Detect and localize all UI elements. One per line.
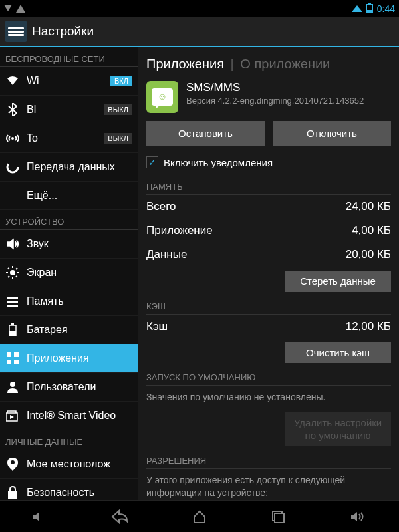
bluetooth-icon — [5, 102, 20, 117]
sidebar-item-location[interactable]: Мое местополож — [0, 450, 138, 479]
sms-app-icon: ☺ — [146, 81, 178, 113]
sidebar-item-tethering[interactable]: To ВЫКЛ — [0, 124, 138, 153]
sidebar-item-label: Память — [27, 295, 64, 307]
sound-icon — [5, 237, 20, 251]
brightness-icon — [5, 265, 20, 280]
notifications-label: Включить уведомления — [164, 157, 273, 168]
sidebar-item-users[interactable]: Пользователи — [0, 373, 138, 402]
nav-volume-up[interactable] — [350, 510, 367, 523]
signal-icon — [5, 131, 20, 146]
location-icon — [5, 457, 20, 471]
svg-rect-12 — [7, 301, 18, 303]
storage-icon — [5, 294, 20, 309]
disable-button[interactable]: Отключить — [273, 121, 391, 146]
sidebar-item-more[interactable]: Ещё... — [0, 182, 138, 210]
sidebar-item-security[interactable]: Безопасность — [0, 479, 138, 500]
sidebar-item-apps[interactable]: Приложения — [0, 344, 138, 373]
sidebar-item-sound[interactable]: Звук — [0, 230, 138, 259]
breadcrumb: Приложения | О приложении — [146, 57, 391, 72]
memory-app-row: Приложение 4,00 КБ — [146, 219, 391, 243]
clear-defaults-button: Удалить настройки по умолчанию — [285, 412, 391, 446]
svg-rect-13 — [7, 305, 18, 307]
status-time: 0:44 — [377, 3, 395, 14]
nav-volume-down[interactable] — [32, 510, 47, 523]
sidebar-item-label: Экран — [27, 267, 57, 279]
svg-point-2 — [10, 270, 15, 275]
svg-point-0 — [11, 137, 14, 140]
lock-icon — [5, 485, 20, 500]
page-title: Настройки — [32, 24, 94, 39]
clear-data-button[interactable]: Стереть данные — [285, 271, 391, 292]
svg-rect-15 — [11, 323, 14, 325]
clear-cache-button[interactable]: Очистить кэш — [285, 342, 391, 364]
svg-rect-29 — [275, 513, 284, 523]
sidebar-item-label: Bl — [27, 104, 36, 116]
memory-data-row: Данные 20,00 КБ — [146, 243, 391, 267]
nav-bar — [0, 500, 399, 532]
app-version: Версия 4.2.2-eng.dingming.20140721.14365… — [186, 96, 364, 107]
svg-point-1 — [7, 162, 18, 172]
breadcrumb-root[interactable]: Приложения — [146, 57, 224, 71]
defaults-header: ЗАПУСК ПО УМОЛЧАНИЮ — [146, 370, 391, 386]
nav-home-button[interactable] — [192, 509, 207, 524]
sidebar-item-display[interactable]: Экран — [0, 259, 138, 287]
sidebar-header-personal: ЛИЧНЫЕ ДАННЫЕ — [0, 430, 138, 450]
cache-row: Кэш 12,00 КБ — [146, 315, 391, 338]
sidebar-item-intel-video[interactable]: Intel® Smart Video — [0, 402, 138, 430]
defaults-info: Значения по умолчанию не установлены. — [146, 386, 391, 408]
sidebar-item-wifi[interactable]: Wi ВКЛ — [0, 67, 138, 96]
svg-rect-18 — [14, 352, 19, 357]
cache-header: КЭШ — [146, 299, 391, 315]
svg-rect-19 — [7, 360, 11, 364]
sidebar-item-storage[interactable]: Память — [0, 287, 138, 316]
settings-icon — [5, 21, 27, 42]
sidebar-item-label: Ещё... — [27, 190, 57, 201]
memory-total-row: Всего 24,00 КБ — [146, 195, 391, 219]
content-pane: Приложения | О приложении ☺ SMS/MMS Верс… — [138, 47, 399, 500]
sidebar-item-label: Пользователи — [27, 381, 96, 393]
tethering-toggle[interactable]: ВЫКЛ — [104, 133, 132, 144]
video-icon — [5, 408, 20, 423]
breadcrumb-leaf: О приложении — [240, 57, 330, 71]
battery-icon — [5, 323, 20, 337]
svg-rect-16 — [9, 331, 16, 336]
notifications-checkbox-row[interactable]: ✓ Включить уведомления — [146, 152, 391, 176]
permissions-info: У этого приложения есть доступ к следующ… — [146, 469, 391, 500]
svg-point-21 — [10, 382, 15, 387]
wifi-icon — [352, 5, 362, 12]
app-header: ☺ SMS/MMS Версия 4.2.2-eng.dingming.2014… — [146, 81, 391, 113]
memory-header: ПАМЯТЬ — [146, 179, 391, 195]
svg-line-10 — [8, 276, 9, 277]
download-icon — [4, 5, 12, 11]
sidebar-item-label: Wi — [27, 75, 39, 87]
svg-line-7 — [8, 268, 9, 269]
force-stop-button[interactable]: Остановить — [146, 121, 265, 146]
sidebar-item-battery[interactable]: Батарея — [0, 316, 138, 344]
svg-line-9 — [16, 268, 17, 269]
warning-icon — [16, 5, 25, 13]
svg-rect-25 — [8, 491, 17, 499]
sidebar-item-bluetooth[interactable]: Bl ВЫКЛ — [0, 96, 138, 124]
sidebar-item-data-usage[interactable]: Передача данных — [0, 153, 138, 182]
sidebar-header-wireless: БЕСПРОВОДНЫЕ СЕТИ — [0, 47, 138, 67]
battery-icon — [366, 4, 373, 13]
nav-back-button[interactable] — [111, 509, 128, 524]
sidebar-item-label: Звук — [27, 238, 49, 250]
users-icon — [5, 380, 20, 394]
sidebar-item-label: Безопасность — [27, 487, 94, 499]
sidebar: БЕСПРОВОДНЫЕ СЕТИ Wi ВКЛ Bl ВЫКЛ To ВЫКЛ… — [0, 47, 138, 500]
svg-rect-17 — [7, 352, 11, 357]
nav-recents-button[interactable] — [271, 509, 285, 524]
svg-rect-11 — [7, 297, 18, 299]
blank-icon — [5, 188, 20, 203]
wifi-toggle[interactable]: ВКЛ — [110, 76, 132, 86]
apps-icon — [5, 351, 20, 366]
status-bar: 0:44 — [0, 0, 399, 17]
checkbox-icon: ✓ — [146, 156, 158, 168]
sidebar-item-label: Мое местополож — [27, 458, 110, 470]
data-usage-icon — [5, 160, 20, 174]
sidebar-header-device: УСТРОЙСТВО — [0, 210, 138, 230]
bluetooth-toggle[interactable]: ВЫКЛ — [104, 104, 132, 115]
permissions-header: РАЗРЕШЕНИЯ — [146, 453, 391, 469]
svg-rect-20 — [14, 360, 19, 364]
